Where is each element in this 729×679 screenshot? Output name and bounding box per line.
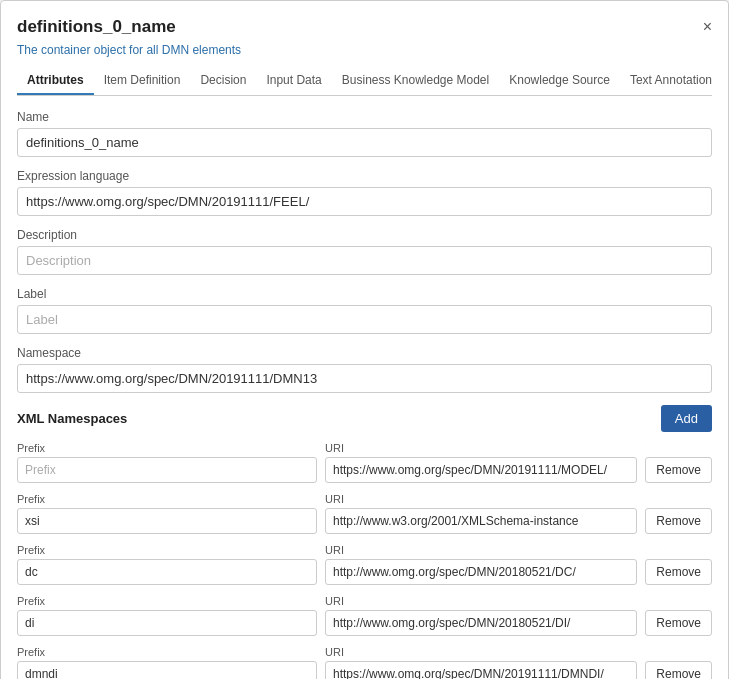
ns-prefix-input-4[interactable]: [17, 661, 317, 679]
ns-remove-button-1[interactable]: Remove: [645, 508, 712, 534]
ns-uri-label-0: URI: [325, 442, 637, 454]
expression-language-input[interactable]: [17, 187, 712, 216]
ns-prefix-input-0[interactable]: [17, 457, 317, 483]
ns-remove-group-4: Remove: [645, 661, 712, 679]
ns-row-3: Prefix URI Remove: [17, 595, 712, 636]
tab-input-data[interactable]: Input Data: [256, 67, 331, 95]
label-field-group: Label: [17, 287, 712, 334]
name-input[interactable]: [17, 128, 712, 157]
ns-prefix-group-3: Prefix: [17, 595, 317, 636]
tab-knowledge-source[interactable]: Knowledge Source: [499, 67, 620, 95]
tab-item-definition[interactable]: Item Definition: [94, 67, 191, 95]
ns-prefix-label-2: Prefix: [17, 544, 317, 556]
ns-prefix-label-3: Prefix: [17, 595, 317, 607]
ns-prefix-group-4: Prefix: [17, 646, 317, 679]
tab-decision[interactable]: Decision: [190, 67, 256, 95]
ns-row-1: Prefix URI Remove: [17, 493, 712, 534]
description-input[interactable]: [17, 246, 712, 275]
ns-uri-group-2: URI: [325, 544, 637, 585]
add-namespace-button[interactable]: Add: [661, 405, 712, 432]
ns-uri-group-3: URI: [325, 595, 637, 636]
modal-subtitle: The container object for all DMN element…: [17, 43, 712, 57]
ns-uri-label-4: URI: [325, 646, 637, 658]
ns-prefix-label-4: Prefix: [17, 646, 317, 658]
ns-uri-group-0: URI: [325, 442, 637, 483]
ns-prefix-group-2: Prefix: [17, 544, 317, 585]
name-field-group: Name: [17, 110, 712, 157]
modal-container: definitions_0_name × The container objec…: [0, 0, 729, 679]
ns-remove-group-0: Remove: [645, 457, 712, 483]
ns-uri-group-1: URI: [325, 493, 637, 534]
ns-row-2: Prefix URI Remove: [17, 544, 712, 585]
ns-remove-button-4[interactable]: Remove: [645, 661, 712, 679]
ns-prefix-group-0: Prefix: [17, 442, 317, 483]
ns-uri-input-4[interactable]: [325, 661, 637, 679]
tab-attributes[interactable]: Attributes: [17, 67, 94, 95]
modal-header: definitions_0_name ×: [17, 17, 712, 37]
ns-remove-group-1: Remove: [645, 508, 712, 534]
ns-remove-button-3[interactable]: Remove: [645, 610, 712, 636]
ns-prefix-label-0: Prefix: [17, 442, 317, 454]
namespace-field-group: Namespace: [17, 346, 712, 393]
ns-prefix-label-1: Prefix: [17, 493, 317, 505]
expression-language-field-group: Expression language: [17, 169, 712, 216]
ns-remove-group-3: Remove: [645, 610, 712, 636]
ns-prefix-input-2[interactable]: [17, 559, 317, 585]
ns-uri-label-1: URI: [325, 493, 637, 505]
tabs-container: Attributes Item Definition Decision Inpu…: [17, 67, 712, 96]
namespace-label: Namespace: [17, 346, 712, 360]
ns-uri-input-2[interactable]: [325, 559, 637, 585]
ns-row-4: Prefix URI Remove: [17, 646, 712, 679]
ns-prefix-input-3[interactable]: [17, 610, 317, 636]
tab-association[interactable]: Association: [722, 67, 729, 95]
close-button[interactable]: ×: [703, 19, 712, 35]
ns-uri-group-4: URI: [325, 646, 637, 679]
expression-language-label: Expression language: [17, 169, 712, 183]
ns-uri-label-2: URI: [325, 544, 637, 556]
ns-uri-input-0[interactable]: [325, 457, 637, 483]
description-field-group: Description: [17, 228, 712, 275]
ns-remove-button-0[interactable]: Remove: [645, 457, 712, 483]
xml-namespaces-header: XML Namespaces Add: [17, 405, 712, 432]
xml-namespaces-title: XML Namespaces: [17, 411, 127, 426]
ns-remove-button-2[interactable]: Remove: [645, 559, 712, 585]
ns-uri-label-3: URI: [325, 595, 637, 607]
label-label: Label: [17, 287, 712, 301]
name-label: Name: [17, 110, 712, 124]
namespace-input[interactable]: [17, 364, 712, 393]
ns-uri-input-3[interactable]: [325, 610, 637, 636]
ns-uri-input-1[interactable]: [325, 508, 637, 534]
ns-row-0: Prefix URI Remove: [17, 442, 712, 483]
ns-prefix-input-1[interactable]: [17, 508, 317, 534]
label-input[interactable]: [17, 305, 712, 334]
tab-text-annotation[interactable]: Text Annotation: [620, 67, 722, 95]
ns-remove-group-2: Remove: [645, 559, 712, 585]
tab-business-knowledge-model[interactable]: Business Knowledge Model: [332, 67, 499, 95]
ns-prefix-group-1: Prefix: [17, 493, 317, 534]
modal-title: definitions_0_name: [17, 17, 176, 37]
description-label: Description: [17, 228, 712, 242]
